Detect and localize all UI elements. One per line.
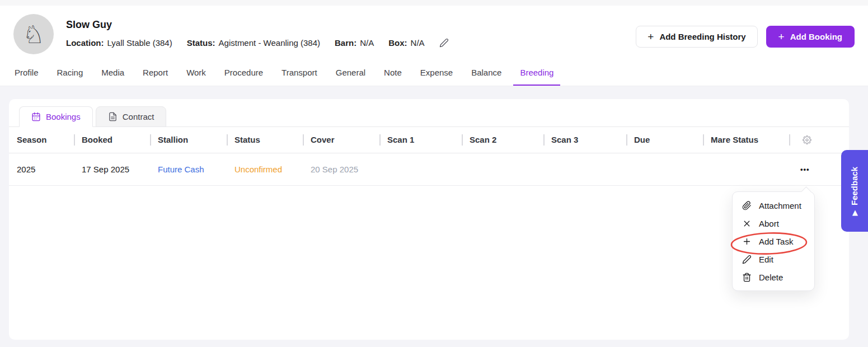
col-season: Season	[9, 127, 74, 153]
meta-box: Box: N/A	[388, 38, 424, 48]
ellipsis-icon: •••	[800, 165, 810, 174]
cell-scan-2	[462, 153, 543, 185]
feedback-arrow-icon: ▶	[851, 210, 858, 215]
menu-item-add-task[interactable]: Add Task	[733, 232, 814, 250]
feedback-label: Feedback	[850, 166, 860, 205]
plus-icon: +	[778, 31, 785, 42]
cell-season: 2025	[9, 153, 74, 185]
meta-barn: Barn: N/A	[335, 38, 374, 48]
booking-row: 2025 17 Sep 2025 Future Cash Unconfirmed…	[9, 153, 849, 185]
cell-cover: 20 Sep 2025	[303, 153, 379, 185]
add-booking-button[interactable]: + Add Booking	[766, 26, 855, 48]
calendar-icon	[31, 112, 41, 121]
col-status: Status	[227, 127, 303, 153]
cell-scan-3	[543, 153, 626, 185]
plus-icon	[742, 237, 752, 246]
pencil-icon	[742, 255, 752, 264]
table-settings-button[interactable]	[797, 135, 849, 144]
col-mare-status: Mare Status	[703, 127, 789, 153]
horse-meta: Location: Lyall Stable (384) Status: Agi…	[66, 38, 449, 48]
trash-icon	[742, 273, 752, 282]
tab-transport[interactable]: Transport	[281, 68, 317, 86]
pencil-icon	[439, 38, 449, 48]
close-icon	[742, 219, 752, 228]
tab-work[interactable]: Work	[186, 68, 206, 86]
top-strip	[0, 0, 868, 6]
tab-profile[interactable]: Profile	[15, 68, 39, 86]
breeding-subtabs: Bookings Contract	[9, 99, 849, 127]
cell-actions: •••	[789, 153, 849, 185]
tab-media[interactable]: Media	[101, 68, 124, 86]
horse-avatar: ♘	[13, 14, 54, 54]
col-settings	[789, 127, 849, 153]
cell-booked: 17 Sep 2025	[74, 153, 150, 185]
col-due: Due	[626, 127, 703, 153]
col-scan-2: Scan 2	[462, 127, 543, 153]
horse-name: Slow Guy	[66, 19, 449, 31]
col-scan-1: Scan 1	[379, 127, 462, 153]
col-booked: Booked	[74, 127, 150, 153]
tab-note[interactable]: Note	[384, 68, 402, 86]
tab-expense[interactable]: Expense	[420, 68, 453, 86]
menu-item-attachment[interactable]: Attachment	[733, 196, 814, 214]
menu-item-delete[interactable]: Delete	[733, 268, 814, 286]
bookings-table: Season Booked Stallion Status Cover Scan…	[9, 127, 849, 186]
horse-icon: ♘	[22, 20, 44, 49]
plus-icon: +	[648, 31, 654, 42]
add-breeding-history-button[interactable]: + Add Breeding History	[636, 26, 757, 48]
col-stallion: Stallion	[150, 127, 227, 153]
meta-status: Status: Agistment - Weanling (384)	[187, 38, 320, 48]
subtab-contract[interactable]: Contract	[96, 106, 167, 127]
tab-general[interactable]: General	[336, 68, 365, 86]
gear-icon	[803, 135, 811, 144]
tab-report[interactable]: Report	[143, 68, 168, 86]
breeding-panel: Bookings Contract Season Booked	[9, 99, 849, 340]
menu-item-abort[interactable]: Abort	[733, 214, 814, 232]
edit-horse-details-button[interactable]	[439, 38, 449, 48]
cell-mare-status	[703, 153, 789, 185]
meta-location: Location: Lyall Stable (384)	[66, 38, 172, 48]
stallion-link[interactable]: Future Cash	[150, 153, 227, 185]
horse-nav-tabs: Profile Racing Media Report Work Procedu…	[0, 68, 868, 86]
table-header-row: Season Booked Stallion Status Cover Scan…	[9, 127, 849, 153]
subtab-bookings[interactable]: Bookings	[19, 106, 93, 127]
booking-context-menu: Attachment Abort Add Task Edit Delete	[732, 191, 815, 291]
cell-due	[626, 153, 703, 185]
tab-breeding[interactable]: Breeding	[520, 68, 553, 86]
tab-balance[interactable]: Balance	[471, 68, 501, 86]
col-scan-3: Scan 3	[543, 127, 626, 153]
tab-procedure[interactable]: Procedure	[224, 68, 263, 86]
paperclip-icon	[742, 201, 752, 210]
cell-scan-1	[379, 153, 462, 185]
tab-racing[interactable]: Racing	[57, 68, 83, 86]
feedback-tab[interactable]: ▶ Feedback	[841, 150, 868, 232]
cell-status: Unconfirmed	[227, 153, 303, 185]
file-text-icon	[108, 112, 118, 121]
horse-header: ♘ Slow Guy Location: Lyall Stable (384) …	[0, 6, 868, 86]
row-more-button[interactable]: •••	[797, 163, 813, 176]
menu-item-edit[interactable]: Edit	[733, 250, 814, 268]
col-cover: Cover	[303, 127, 379, 153]
